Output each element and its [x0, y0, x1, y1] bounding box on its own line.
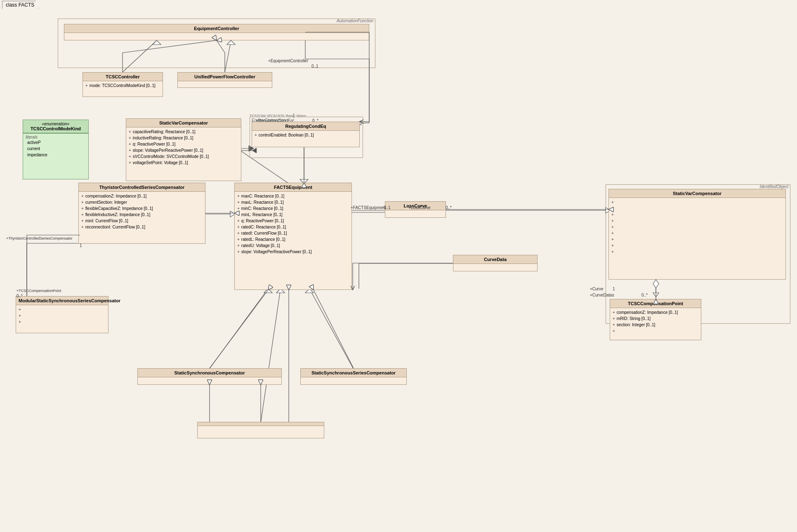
enum-header-tcsc: «enumeration» TCSCControlModeKind [23, 120, 88, 133]
mult-thyristor-1: 1 [80, 243, 82, 248]
svg-line-30 [261, 289, 281, 423]
class-body-svc: + capacitiveRating: Reactance [0..1] + i… [126, 127, 241, 167]
attr-rated-i: + ratedI: CurrentFlow [0..1] [237, 230, 349, 236]
attr-x-multiplier: + [611, 205, 783, 212]
attr-slope: + slope: VoltagePerReactivePower [0..1] [129, 147, 238, 153]
class-equipment-controller[interactable]: EquipmentController [64, 24, 369, 40]
class-facts-equipment[interactable]: FACTSEquipment + maxC: Reactance [0..1] … [234, 183, 352, 290]
attr-y3value: + [613, 328, 698, 334]
mult-curve-1: 1 [613, 287, 615, 291]
class-header-ssc: StaticSynchronousSeriesCompensator [301, 369, 406, 377]
class-tcsc[interactable]: ThyristorControlledSeriesCompensator + c… [78, 183, 205, 244]
class-header-sssc [198, 422, 324, 426]
diagram-tab[interactable]: class FACTS [2, 1, 39, 9]
attr-section: + [19, 319, 106, 325]
class-sssc[interactable] [197, 422, 324, 438]
role-tcsc-comp-point: +TCSCCompensationPoint [17, 289, 61, 293]
class-msssc[interactable]: StaticSynchronousCompensator [137, 368, 282, 385]
class-ssc[interactable]: StaticSynchronousSeriesCompensator [300, 368, 407, 385]
class-header-msssc: StaticSynchronousCompensator [138, 369, 281, 377]
class-header-svc-right: CurveData [453, 255, 537, 264]
attr-svc-q: + q: ReactivePower [0..1] [129, 141, 238, 147]
attr-tcsc-mode: + mode: TCSCControlModeKind [0..1] [85, 82, 160, 89]
class-tcsc-controller[interactable]: TCSCController + mode: TCSCControlModeKi… [83, 72, 163, 97]
class-body-curve: + + + + + + + [609, 198, 785, 256]
attr-rated-l: + ratedL: Reactance [0..1] [237, 236, 349, 242]
attr-y1-unit: + [611, 224, 783, 230]
mult-curve-datas: 0..* [641, 293, 648, 297]
class-header-tcsc-controller: TCSCController [83, 73, 163, 81]
attr-reconnection-i: + reconnectionI: CurrentFlow [0..1] [81, 224, 203, 230]
enum-literals-section: literals activeP current impedance [23, 133, 88, 159]
class-regulating-cond-eq[interactable]: RegulatingCondEq + controlEnabled: Boole… [252, 122, 360, 147]
role-equipment-controller: +EquipmentController [268, 59, 308, 63]
package-label-identified: IdentifiedObject [760, 184, 789, 189]
role-loss-curve: +LossCurve [408, 205, 431, 210]
class-header-tcsc: ThyristorControlledSeriesCompensator [79, 183, 205, 192]
attr-y2value: + section: Integer [0..1] [613, 322, 698, 328]
class-curve-data[interactable]: TCSCCompensationPoint + compensationZ: I… [610, 299, 701, 340]
attr-flexible-cap-z: + flexibleCapacitiveZ: Impedance [0..1] [81, 205, 203, 212]
attr-rated-u: + ratedU: Voltage [0..1] [237, 242, 349, 249]
class-tcsc-control-mode-kind[interactable]: «enumeration» TCSCControlModeKind litera… [23, 120, 89, 179]
mult-tcsc-comp-0star: 0..* [17, 294, 23, 298]
class-header-curve-data: TCSCCompensationPoint [610, 299, 701, 308]
role-curve-datas: +CurveDatas [590, 293, 614, 297]
class-header-tcsc-comp-point: ModularStaticSynchronousSeriesCompensato… [16, 297, 108, 305]
class-body-tcsc-comp-point: + + + [16, 305, 108, 326]
attr-capacitive-rating: + capacitiveRating: Reactance [0..1] [129, 129, 238, 135]
attr-y2-multiplier: + [611, 230, 783, 236]
attr-min-l: + minL: Reactance [0..1] [237, 212, 349, 218]
mult-equipment-controller-01: 0..1 [311, 64, 318, 68]
package-label-automation: AutomationFunction [337, 19, 373, 23]
class-header-curve: StaticVarCompensator [609, 189, 785, 198]
attr-comp-z: + [19, 306, 106, 313]
attr-svc-control-mode: + sVCControlMode: SVCControlMode [0..1] [129, 153, 238, 160]
attr-max-l: + maxL: Reactance [0..1] [237, 199, 349, 205]
class-curve[interactable]: StaticVarCompensator + + + + + [608, 189, 786, 280]
attr-y2-unit: + [611, 236, 783, 242]
class-header-upfc: UnifiedPowerFlowController [178, 73, 272, 81]
class-body-tcsc: + compensationZ: Impedance [0..1] + curr… [79, 192, 205, 231]
attr-mrid: + [19, 313, 106, 319]
mult-facts-01: 0..1 [384, 205, 391, 210]
class-header-regulating-cond-eq: RegulatingCondEq [252, 122, 359, 131]
class-body-facts-equipment: + maxC: Reactance [0..1] + maxL: Reactan… [235, 192, 351, 256]
mult-loss-curve: 0..* [446, 205, 452, 210]
attr-curve-style: + [611, 199, 783, 205]
attr-min-i: + minI: CurrentFlow [0..1] [81, 218, 203, 224]
attr-facts-q: + q: ReactivePower [0..1] [237, 218, 349, 224]
class-header-svc: StaticVarCompensator [126, 119, 241, 127]
svg-line-28 [309, 289, 354, 369]
class-static-var-compensator[interactable]: StaticVarCompensator + capacitiveRating:… [126, 118, 241, 181]
class-tcsc-compensation-point[interactable]: ModularStaticSynchronousSeriesCompensato… [16, 296, 108, 333]
class-static-var-compensator-right[interactable]: CurveData [453, 255, 538, 271]
attr-y1-multiplier: + [611, 218, 783, 224]
attr-control-enabled: + controlEnabled: Boolean [0..1] [255, 132, 357, 138]
class-header-equipment-controller: EquipmentController [64, 24, 369, 33]
attr-inductive-rating: + inductiveRating: Reactance [0..1] [129, 135, 238, 141]
class-body-regulating-cond-eq: + controlEnabled: Boolean [0..1] [252, 131, 359, 139]
attr-y3-multiplier: + [611, 242, 783, 249]
attr-rated-c: + ratedC: Reactance [0..1] [237, 224, 349, 230]
attr-current-section: + currentSection: Integer [81, 199, 203, 205]
attr-y3-unit: + [611, 249, 783, 255]
attr-x-unit: + [611, 212, 783, 218]
attr-max-c: + maxC: Reactance [0..1] [237, 193, 349, 199]
svg-line-26 [209, 289, 268, 369]
diagram-container: class FACTS [0, 0, 797, 532]
role-facts-equipment: +FACTSEquipment [351, 205, 386, 210]
attr-compensation-z: + compensationZ: Impedance [0..1] [81, 193, 203, 199]
attr-y1value: + mRID: String [0..1] [613, 315, 698, 322]
attr-xvalue: + compensationZ: Impedance [0..1] [613, 309, 698, 315]
class-body-curve-data: + compensationZ: Impedance [0..1] + mRID… [610, 308, 701, 335]
attr-voltage-setpoint: + voltageSetPoint: Voltage [0..1] [129, 160, 238, 166]
attr-min-c: + minC: Reactance [0..1] [237, 205, 349, 212]
class-body-tcsc-controller: + mode: TCSCControlModeKind [0..1] [83, 81, 163, 90]
attr-flexible-ind-z: + flexibleInductiveZ: Impedance [0..1] [81, 212, 203, 218]
attr-facts-slope: + slope: VoltagePerReactivePower [0..1] [237, 249, 349, 255]
role-curve: +Curve [590, 287, 604, 291]
role-thyristor-tcsc: +ThyristorControlledSeriesCompensator [6, 236, 73, 240]
class-upfc[interactable]: UnifiedPowerFlowController [177, 72, 272, 88]
class-header-facts-equipment: FACTSEquipment [235, 183, 351, 192]
